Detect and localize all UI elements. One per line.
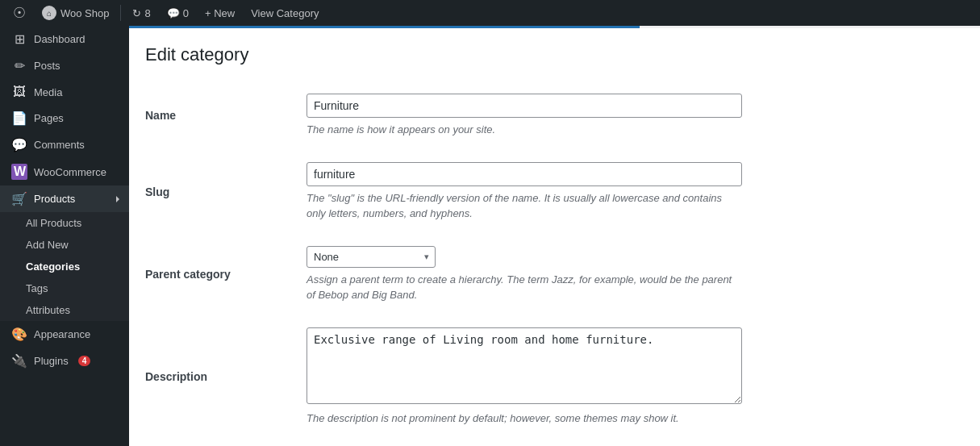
name-hint: The name is how it appears on your site. bbox=[307, 122, 742, 138]
parent-category-select[interactable]: None Uncategorized bbox=[307, 246, 436, 268]
sidebar-item-dashboard[interactable]: ⊞ Dashboard bbox=[0, 26, 129, 52]
sidebar-label-woocommerce: WooCommerce bbox=[34, 166, 106, 178]
appearance-icon: 🎨 bbox=[11, 327, 27, 342]
admin-bar: ☉ ⌂ Woo Shop ↻ 8 💬 0 + New View Category bbox=[0, 0, 980, 26]
sidebar-item-products[interactable]: 🛒 Products bbox=[0, 185, 129, 212]
all-products-label: All Products bbox=[26, 217, 81, 229]
new-link[interactable]: + New bbox=[198, 0, 241, 26]
pages-icon: 📄 bbox=[11, 110, 27, 126]
sidebar-item-comments[interactable]: 💬 Comments bbox=[0, 131, 129, 158]
sidebar-item-pages[interactable]: 📄 Pages bbox=[0, 105, 129, 131]
sidebar-label-pages: Pages bbox=[34, 112, 64, 124]
parent-category-hint: Assign a parent term to create a hierarc… bbox=[307, 272, 742, 303]
comments-link[interactable]: 💬 0 bbox=[161, 0, 195, 26]
update-count: 8 bbox=[144, 7, 150, 19]
parent-category-select-container: None Uncategorized bbox=[307, 246, 436, 268]
slug-hint: The "slug" is the URL-friendly version o… bbox=[307, 190, 742, 222]
sidebar: ⊞ Dashboard ✏ Posts 🖼 Media 📄 Pages 💬 Co… bbox=[0, 26, 129, 446]
posts-icon: ✏ bbox=[11, 58, 27, 73]
sidebar-item-categories[interactable]: Categories bbox=[0, 256, 129, 277]
description-hint: The description is not prominent by defa… bbox=[307, 411, 742, 427]
description-row: Description Exclusive range of Living ro… bbox=[145, 315, 964, 439]
add-new-label: Add New bbox=[26, 239, 69, 251]
sidebar-item-woocommerce[interactable]: W WooCommerce bbox=[0, 158, 129, 185]
sidebar-item-plugins[interactable]: 🔌 Plugins 4 bbox=[0, 348, 129, 374]
updates-icon: ↻ bbox=[132, 7, 141, 19]
sidebar-label-appearance: Appearance bbox=[34, 328, 90, 340]
sidebar-label-products: Products bbox=[34, 193, 75, 205]
sidebar-item-appearance[interactable]: 🎨 Appearance bbox=[0, 321, 129, 348]
slug-input[interactable] bbox=[307, 162, 742, 186]
description-label: Description bbox=[145, 370, 207, 383]
updates-link[interactable]: ↻ 8 bbox=[126, 0, 156, 26]
new-label: + New bbox=[205, 7, 235, 19]
woocommerce-icon: W bbox=[11, 164, 27, 180]
sidebar-item-tags[interactable]: Tags bbox=[0, 277, 129, 299]
sidebar-label-media: Media bbox=[34, 86, 62, 98]
parent-category-row: Parent category None Uncategorized Assig… bbox=[145, 234, 964, 315]
sidebar-item-posts[interactable]: ✏ Posts bbox=[0, 52, 129, 79]
sidebar-label-posts: Posts bbox=[34, 60, 60, 72]
view-category-label: View Category bbox=[251, 7, 319, 19]
sidebar-item-add-new[interactable]: Add New bbox=[0, 234, 129, 256]
view-category-link[interactable]: View Category bbox=[244, 0, 325, 26]
comment-count: 0 bbox=[183, 7, 189, 19]
slug-row: Slug The "slug" is the URL-friendly vers… bbox=[145, 150, 964, 234]
sidebar-item-attributes[interactable]: Attributes bbox=[0, 299, 129, 321]
description-textarea[interactable]: Exclusive range of Living room and home … bbox=[307, 327, 742, 404]
divider-1 bbox=[120, 5, 121, 21]
plugins-badge: 4 bbox=[78, 356, 91, 366]
products-icon: 🛒 bbox=[11, 191, 27, 206]
main-content: Edit category Name The name is how it ap… bbox=[129, 26, 980, 446]
media-icon: 🖼 bbox=[11, 85, 27, 99]
comments-icon: 💬 bbox=[167, 7, 180, 19]
site-icon: ⌂ bbox=[42, 6, 56, 20]
name-input[interactable] bbox=[307, 94, 742, 118]
comments-nav-icon: 💬 bbox=[11, 137, 27, 152]
products-submenu: All Products Add New Categories Tags Att… bbox=[0, 212, 129, 321]
sidebar-label-comments: Comments bbox=[34, 139, 85, 151]
dashboard-icon: ⊞ bbox=[11, 31, 27, 47]
page-title: Edit category bbox=[145, 44, 964, 65]
wp-logo-icon[interactable]: ☉ bbox=[6, 4, 32, 22]
name-row: Name The name is how it appears on your … bbox=[145, 81, 964, 150]
parent-category-label: Parent category bbox=[145, 268, 231, 281]
sidebar-label-dashboard: Dashboard bbox=[34, 33, 85, 45]
sidebar-item-media[interactable]: 🖼 Media bbox=[0, 79, 129, 105]
tags-label: Tags bbox=[26, 282, 48, 294]
content-wrap: Edit category Name The name is how it ap… bbox=[129, 28, 980, 446]
products-arrow-icon bbox=[116, 196, 123, 202]
attributes-label: Attributes bbox=[26, 304, 70, 316]
edit-category-form: Name The name is how it appears on your … bbox=[145, 81, 964, 438]
sidebar-item-all-products[interactable]: All Products bbox=[0, 212, 129, 234]
name-label: Name bbox=[145, 109, 176, 122]
site-name-label: Woo Shop bbox=[60, 7, 109, 19]
sidebar-label-plugins: Plugins bbox=[34, 355, 69, 367]
plugins-icon: 🔌 bbox=[11, 353, 27, 369]
slug-label: Slug bbox=[145, 185, 169, 198]
categories-label: Categories bbox=[26, 261, 80, 273]
site-name-link[interactable]: ⌂ Woo Shop bbox=[35, 0, 115, 26]
